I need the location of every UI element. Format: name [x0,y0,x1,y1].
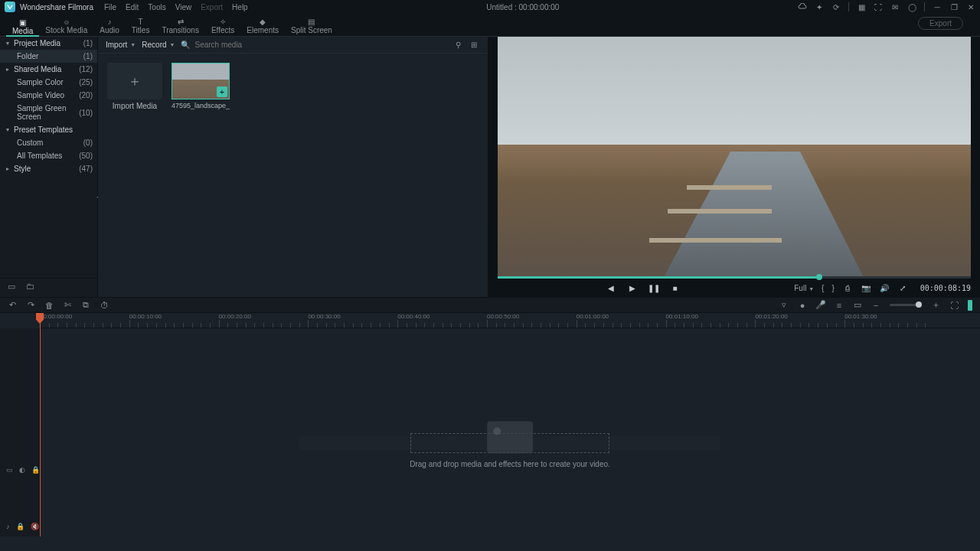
timeline-ruler[interactable]: 00:00:00:0000:00:10:0000:00:20:0000:00:3… [40,313,980,328]
split-icon[interactable]: ✄ [63,301,72,310]
search-icon: 🔍 [181,41,190,49]
import-label: Import [106,41,127,49]
app-name: Wondershare Filmora [20,3,93,11]
camera-icon[interactable]: 📷 [861,282,871,293]
sidebar-label: Sample Color [17,78,79,86]
import-media-label: Import Media [107,102,162,110]
new-folder-icon[interactable]: 🗀 [26,282,35,291]
zoom-slider[interactable] [890,304,922,306]
sidebar-shared-media[interactable]: ▸Shared Media(12) [0,63,97,76]
maximize-button[interactable]: ❐ [949,2,959,11]
new-bin-icon[interactable]: ▭ [8,282,17,291]
titlebar: Wondershare Filmora File Edit Tools View… [0,0,980,14]
sidebar-sample-video[interactable]: Sample Video(20) [0,89,97,102]
menu-file[interactable]: File [104,3,116,11]
tab-media[interactable]: ▣Media [6,17,39,37]
marker-icon[interactable]: ▿ [779,301,789,310]
sidebar-sample-color[interactable]: Sample Color(25) [0,76,97,89]
tab-effects[interactable]: ✧Effects [205,16,240,36]
quality-dropdown[interactable]: Full ▼ [794,284,814,292]
sidebar-count: (25) [79,78,93,86]
preview-viewport[interactable] [498,37,971,276]
render-icon[interactable]: ▭ [853,301,862,310]
sidebar-preset-templates[interactable]: ▾Preset Templates [0,123,97,136]
tab-stock-media[interactable]: ⌾Stock Media [39,16,93,36]
account-icon[interactable]: ◯ [907,2,916,11]
tab-elements[interactable]: ◆Elements [240,16,285,36]
zoom-in-icon[interactable]: ＋ [931,301,940,310]
menu-tools[interactable]: Tools [148,3,165,11]
export-button[interactable]: Export [918,17,963,30]
zoom-fit-icon[interactable]: ⛶ [949,301,959,310]
refresh-icon[interactable]: ⟳ [831,2,841,11]
mark-in[interactable]: { [822,284,824,292]
preview-progress[interactable] [498,276,971,279]
filter-icon[interactable]: ⚲ [456,41,465,50]
mark-out[interactable]: } [831,284,834,292]
sparkle-icon[interactable]: ✦ [815,2,824,11]
volume-icon[interactable]: 🔊 [879,282,890,293]
progress-knob[interactable] [816,274,822,280]
sidebar-count: (20) [79,91,93,99]
sidebar-custom[interactable]: Custom(0) [0,136,97,149]
play-button[interactable]: ▶ [627,282,638,293]
audio-meter-icon[interactable] [968,300,972,311]
preview-controls: ◀ ▶ ❚❚ ■ Full ▼ { } ⎙ 📷 🔊 ⤢ 00:00:08:19 [488,279,980,297]
speed-icon[interactable]: ⏱ [100,301,109,310]
grid-icon[interactable]: ▦ [857,2,866,11]
record-label: Record [142,41,166,49]
menu-view[interactable]: View [175,3,192,11]
video-track-header[interactable]: ▭◐🔒 [0,463,39,477]
close-button[interactable]: ✕ [966,2,975,11]
sidebar-label: Folder [17,52,83,60]
add-to-timeline-icon[interactable]: + [217,86,227,97]
sidebar-count: (47) [79,165,93,173]
sidebar-all-templates[interactable]: All Templates(50) [0,149,97,162]
sidebar-count: (0) [83,139,93,147]
search-input[interactable] [194,41,286,49]
menu-help[interactable]: Help [232,3,248,11]
undo-icon[interactable]: ↶ [8,301,17,310]
playhead[interactable] [40,313,41,536]
delete-icon[interactable]: 🗑 [44,301,54,310]
screenshot-icon[interactable]: ⛶ [874,2,883,11]
snapshot-icon[interactable]: ⎙ [842,282,853,293]
import-media-tile-wrap: ＋ Import Media [107,63,162,110]
tab-split-screen[interactable]: ▤Split Screen [285,16,338,36]
lock-icon[interactable]: ▭ [6,466,13,474]
mic-icon[interactable]: 🎤 [816,301,825,310]
stop-button[interactable]: ■ [670,282,681,293]
zoom-out-icon[interactable]: − [871,301,880,310]
tab-media-label: Media [12,27,33,35]
record-vo-icon[interactable]: ● [798,301,807,310]
pause-button[interactable]: ❚❚ [648,282,659,293]
drop-hint-text: Drag and drop media and effects here to … [410,460,610,468]
sidebar-folder[interactable]: Folder(1) [0,50,97,63]
sidebar-project-media[interactable]: ▾Project Media(1) [0,37,97,50]
import-dropdown[interactable]: Import▼ [106,41,136,49]
sidebar-sample-green[interactable]: Sample Green Screen(10) [0,102,97,123]
media-clip-thumb[interactable]: + [172,63,230,99]
minimize-button[interactable]: ─ [933,2,942,11]
grid-view-icon[interactable]: ⊞ [471,41,480,50]
tab-transitions[interactable]: ⇄Transitions [155,16,205,36]
sidebar-count: (10) [79,109,93,117]
tab-audio[interactable]: ♪Audio [93,16,126,36]
crop-icon[interactable]: ⧉ [81,301,90,310]
sidebar-style[interactable]: ▸Style(47) [0,162,97,175]
audio-track-header[interactable]: ♪🔒🔇 [0,520,39,533]
sidebar-count: (12) [79,65,93,73]
import-media-tile[interactable]: ＋ [107,63,162,99]
tab-titles[interactable]: TTitles [126,16,156,36]
cloud-icon[interactable] [798,2,807,11]
menu-edit[interactable]: Edit [126,3,139,11]
redo-icon[interactable]: ↷ [26,301,35,310]
record-dropdown[interactable]: Record▼ [142,41,175,49]
menu-export[interactable]: Export [201,3,223,11]
mail-icon[interactable]: ✉ [890,2,900,11]
track-area[interactable]: Drag and drop media and effects here to … [40,328,980,536]
prev-frame-button[interactable]: ◀ [606,282,616,293]
fullscreen-icon[interactable]: ⤢ [897,282,908,293]
mixer-icon[interactable]: ≡ [835,301,844,310]
timeline-toolbar: ↶ ↷ 🗑 ✄ ⧉ ⏱ ▿ ● 🎤 ≡ ▭ − ＋ ⛶ [0,298,980,313]
